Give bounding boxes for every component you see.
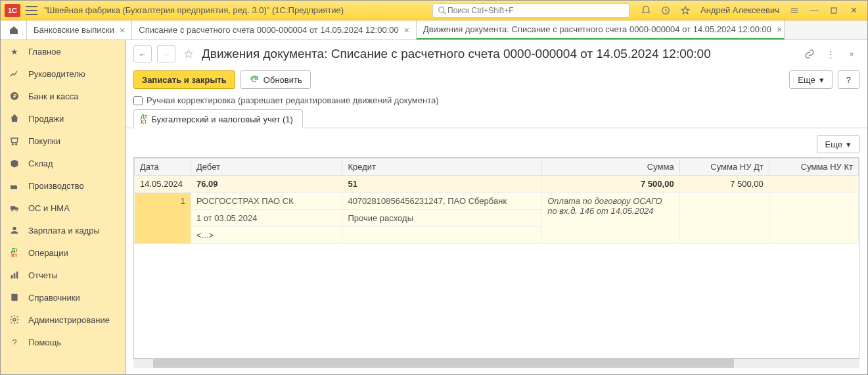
sidebar-item-label: Зарплата и кадры — [28, 226, 100, 236]
tab-bank-statements[interactable]: Банковские выписки× — [27, 20, 132, 39]
button-label: Обновить — [263, 75, 302, 85]
table-area: Еще ▾ Дата Дебет Кредит Сумма Сумма НУ Д… — [126, 128, 867, 374]
sidebar-item-label: Справочники — [28, 293, 80, 303]
user-name[interactable]: Андрей Алексеевич — [700, 5, 779, 15]
col-debit[interactable]: Дебет — [191, 159, 342, 176]
sidebar-item-help[interactable]: ?Помощь — [1, 331, 125, 353]
chart-icon — [9, 68, 20, 80]
chevron-down-icon: ▾ — [846, 139, 851, 149]
subtab-accounting[interactable]: ДтКт Бухгалтерский и налоговый учет (1) — [133, 109, 303, 128]
svg-point-12 — [16, 210, 18, 212]
bag-icon — [9, 113, 20, 124]
back-button[interactable]: ← — [133, 45, 152, 63]
sidebar-item-main[interactable]: ★Главное — [1, 40, 125, 63]
table-row[interactable]: 1 РОСГОССТРАХ ПАО СК 4070281085645623124… — [135, 193, 859, 210]
close-button[interactable]: ✕ — [844, 3, 863, 18]
close-icon[interactable]: × — [404, 25, 409, 36]
table-header-row: Дата Дебет Кредит Сумма Сумма НУ Дт Сумм… — [135, 159, 859, 176]
favorite-button[interactable] — [181, 46, 196, 62]
sidebar-item-sales[interactable]: Продажи — [1, 107, 125, 130]
sidebar-item-manager[interactable]: Руководителю — [1, 63, 125, 85]
link-icon[interactable] — [802, 46, 817, 62]
manual-edit-label: Ручная корректировка (разрешает редактир… — [147, 95, 439, 105]
col-date[interactable]: Дата — [135, 159, 191, 176]
content-header: ← → Движения документа: Списание с расче… — [126, 40, 867, 68]
dtkt-icon: ДтКт — [141, 114, 147, 124]
search-box[interactable] — [432, 3, 629, 18]
grid[interactable]: Дата Дебет Кредит Сумма Сумма НУ Дт Сумм… — [133, 157, 859, 359]
subtab-label: Бухгалтерский и налоговый учет (1) — [151, 114, 293, 124]
sidebar-item-bank[interactable]: ₽Банк и касса — [1, 85, 125, 107]
svg-rect-6 — [831, 8, 836, 13]
forward-button[interactable]: → — [157, 45, 175, 63]
horizontal-scrollbar[interactable] — [133, 359, 859, 368]
tab-movements[interactable]: Движения документа: Списание с расчетног… — [417, 20, 785, 39]
sidebar-item-label: Администрирование — [28, 315, 110, 325]
col-sum[interactable]: Сумма — [542, 159, 679, 176]
sidebar-item-salary[interactable]: Зарплата и кадры — [1, 219, 125, 241]
close-icon[interactable]: × — [844, 46, 859, 62]
help-button[interactable]: ? — [838, 70, 859, 89]
ruble-icon: ₽ — [9, 90, 20, 102]
table-row[interactable]: 14.05.2024 76.09 51 7 500,00 7 500,00 — [135, 176, 859, 193]
user-menu-icon[interactable] — [786, 3, 803, 18]
tab-writeoff[interactable]: Списание с расчетного счета 0000-000004 … — [132, 20, 417, 39]
button-label: Записать и закрыть — [142, 75, 227, 85]
sub-tabs: ДтКт Бухгалтерский и налоговый учет (1) — [126, 109, 867, 128]
sidebar-item-operations[interactable]: ДтКтОперации — [1, 241, 125, 264]
bell-icon[interactable] — [637, 3, 654, 18]
sidebar-item-assets[interactable]: ОС и НМА — [1, 197, 125, 219]
logo-1c: 1C — [5, 4, 20, 17]
sidebar-item-label: Отчеты — [28, 270, 58, 280]
close-icon[interactable]: × — [120, 25, 125, 36]
cell — [679, 193, 769, 244]
chevron-down-icon: ▾ — [819, 75, 824, 85]
cell: 1 — [135, 193, 191, 244]
more-button[interactable]: Еще ▾ — [789, 70, 832, 89]
sidebar-item-purchases[interactable]: Покупки — [1, 130, 125, 152]
maximize-button[interactable] — [824, 3, 844, 18]
minimize-button[interactable]: — — [804, 3, 824, 18]
sidebar-item-references[interactable]: Справочники — [1, 286, 125, 309]
cell: 51 — [342, 176, 542, 193]
cell — [342, 227, 542, 244]
sidebar-item-production[interactable]: Производство — [1, 174, 125, 197]
manual-edit-checkbox[interactable] — [133, 96, 143, 105]
button-label: ? — [846, 75, 851, 85]
sidebar-item-warehouse[interactable]: Склад — [1, 152, 125, 174]
kebab-icon[interactable]: ⋮ — [823, 46, 838, 62]
cell: <...> — [191, 227, 342, 244]
table-more-button[interactable]: Еще ▾ — [817, 135, 859, 153]
star-icon: ★ — [9, 45, 20, 57]
sidebar: ★Главное Руководителю ₽Банк и касса Прод… — [1, 40, 126, 374]
cell: 1 от 03.05.2024 — [191, 210, 342, 227]
page-title: Движения документа: Списание с расчетног… — [202, 47, 796, 61]
sidebar-item-label: Склад — [28, 159, 53, 168]
search-input[interactable] — [447, 6, 625, 15]
col-nu-kt[interactable]: Сумма НУ Кт — [769, 159, 858, 176]
cell: 7 500,00 — [679, 176, 769, 193]
manual-edit-row: Ручная корректировка (разрешает редактир… — [126, 91, 867, 109]
cell: Прочие расходы — [342, 210, 542, 227]
button-label: Еще — [798, 75, 815, 85]
cell: Оплата по договору ОСАГО по вх.д. 146 от… — [542, 193, 679, 244]
history-icon[interactable] — [657, 3, 674, 18]
star-icon[interactable] — [677, 3, 694, 18]
sidebar-item-admin[interactable]: Администрирование — [1, 309, 125, 331]
svg-point-9 — [12, 143, 13, 145]
sidebar-item-label: Руководителю — [28, 69, 85, 79]
tabs-bar: Банковские выписки× Списание с расчетног… — [1, 20, 867, 40]
home-tab[interactable] — [1, 20, 27, 39]
svg-point-17 — [13, 318, 16, 321]
scrollbar-thumb[interactable] — [153, 359, 734, 368]
cell: 14.05.2024 — [135, 176, 191, 193]
sidebar-item-label: Продажи — [28, 114, 64, 124]
col-credit[interactable]: Кредит — [342, 159, 542, 176]
save-close-button[interactable]: Записать и закрыть — [133, 70, 235, 89]
col-nu-dt[interactable]: Сумма НУ Дт — [679, 159, 769, 176]
refresh-button[interactable]: Обновить — [240, 70, 311, 89]
menu-icon[interactable] — [26, 6, 37, 15]
close-icon[interactable]: × — [777, 24, 782, 35]
svg-point-10 — [16, 143, 17, 145]
sidebar-item-reports[interactable]: Отчеты — [1, 264, 125, 286]
